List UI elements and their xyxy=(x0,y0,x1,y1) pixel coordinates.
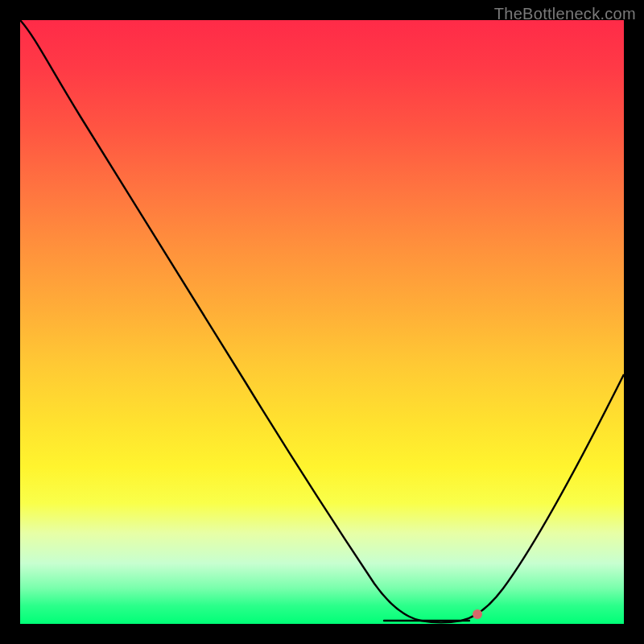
chart-frame xyxy=(20,20,624,624)
plot-area xyxy=(20,20,624,624)
chart-svg xyxy=(20,20,624,624)
bottleneck-curve xyxy=(20,20,624,622)
watermark-text: TheBottleneck.com xyxy=(494,5,636,23)
marker-dot xyxy=(473,609,482,619)
